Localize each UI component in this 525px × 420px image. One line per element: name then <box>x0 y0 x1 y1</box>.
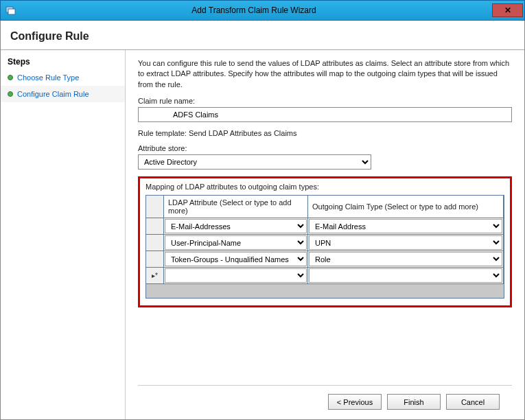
sidebar-item-label: Choose Rule Type <box>17 73 79 82</box>
ldap-attribute-cell: User-Principal-Name <box>164 235 308 250</box>
claim-type-select[interactable]: UPN <box>309 235 502 250</box>
ldap-attribute-select[interactable]: User-Principal-Name <box>165 235 307 250</box>
claim-type-cell: UPN <box>308 235 504 250</box>
table-row: Token-Groups - Unqualified Names Role <box>146 251 504 268</box>
ldap-attribute-select[interactable]: Token-Groups - Unqualified Names <box>165 252 307 266</box>
sidebar: Steps Choose Rule Type Configure Claim R… <box>1 50 126 419</box>
grid-header-claim: Outgoing Claim Type (Select or type to a… <box>308 196 504 218</box>
grid-footer <box>146 284 504 298</box>
grid-body: E-Mail-Addresses E-Mail Address User-Pri… <box>146 218 504 284</box>
claim-type-select[interactable]: E-Mail Address <box>309 219 502 233</box>
mapping-label: Mapping of LDAP attributes to outgoing c… <box>145 183 504 191</box>
svg-rect-1 <box>8 9 15 14</box>
close-button[interactable]: ✕ <box>492 3 523 17</box>
app-icon <box>5 5 16 16</box>
ldap-attribute-cell: E-Mail-Addresses <box>164 218 308 234</box>
claim-type-cell <box>308 268 504 283</box>
content-area: Steps Choose Rule Type Configure Claim R… <box>1 50 524 419</box>
cancel-button[interactable]: Cancel <box>446 394 500 410</box>
ldap-attribute-select[interactable]: E-Mail-Addresses <box>165 219 307 233</box>
grid-corner-cell <box>146 196 164 218</box>
bullet-icon <box>8 75 13 80</box>
close-icon: ✕ <box>504 5 511 15</box>
mapping-grid: LDAP Attribute (Select or type to add mo… <box>145 195 504 299</box>
page-title: Configure Rule <box>10 30 515 43</box>
row-header[interactable] <box>146 251 164 267</box>
window-body: Configure Rule Steps Choose Rule Type Co… <box>0 21 525 420</box>
ldap-attribute-cell <box>164 268 308 283</box>
table-row: User-Principal-Name UPN <box>146 235 504 251</box>
button-bar: < Previous Finish Cancel <box>138 385 512 419</box>
grid-header-ldap: LDAP Attribute (Select or type to add mo… <box>164 196 308 218</box>
ldap-attribute-cell: Token-Groups - Unqualified Names <box>164 251 308 267</box>
bullet-icon <box>8 91 13 97</box>
mapping-highlight-box: Mapping of LDAP attributes to outgoing c… <box>138 176 512 307</box>
previous-button[interactable]: < Previous <box>328 394 382 410</box>
intro-text: You can configure this rule to send the … <box>138 58 512 90</box>
claim-type-select[interactable] <box>309 268 502 283</box>
main-pane: You can configure this rule to send the … <box>126 50 524 419</box>
window-title: Add Transform Claim Rule Wizard <box>16 5 492 15</box>
sidebar-item-configure-claim-rule[interactable]: Configure Claim Rule <box>1 86 125 102</box>
rule-template-label: Rule template: Send LDAP Attributes as C… <box>138 129 512 137</box>
attribute-store-label: Attribute store: <box>138 144 512 152</box>
attribute-store-select[interactable]: Active Directory <box>138 154 371 170</box>
ldap-attribute-select[interactable] <box>165 268 307 283</box>
claim-type-cell: E-Mail Address <box>308 218 504 234</box>
claim-rule-name-input[interactable] <box>138 107 512 122</box>
sidebar-item-choose-rule-type[interactable]: Choose Rule Type <box>1 69 125 86</box>
table-row-new: ▸* <box>146 268 504 284</box>
claim-type-select[interactable]: Role <box>309 252 502 266</box>
finish-button[interactable]: Finish <box>387 394 441 410</box>
titlebar: Add Transform Claim Rule Wizard ✕ <box>0 0 525 21</box>
sidebar-heading: Steps <box>1 54 125 69</box>
table-row: E-Mail-Addresses E-Mail Address <box>146 218 504 235</box>
row-header-new[interactable]: ▸* <box>146 268 164 283</box>
row-header[interactable] <box>146 235 164 250</box>
grid-header-row: LDAP Attribute (Select or type to add mo… <box>146 196 504 218</box>
page-header: Configure Rule <box>1 21 524 50</box>
claim-rule-name-label: Claim rule name: <box>138 97 512 105</box>
row-header[interactable] <box>146 218 164 234</box>
sidebar-item-label: Configure Claim Rule <box>17 90 89 98</box>
claim-type-cell: Role <box>308 251 504 267</box>
